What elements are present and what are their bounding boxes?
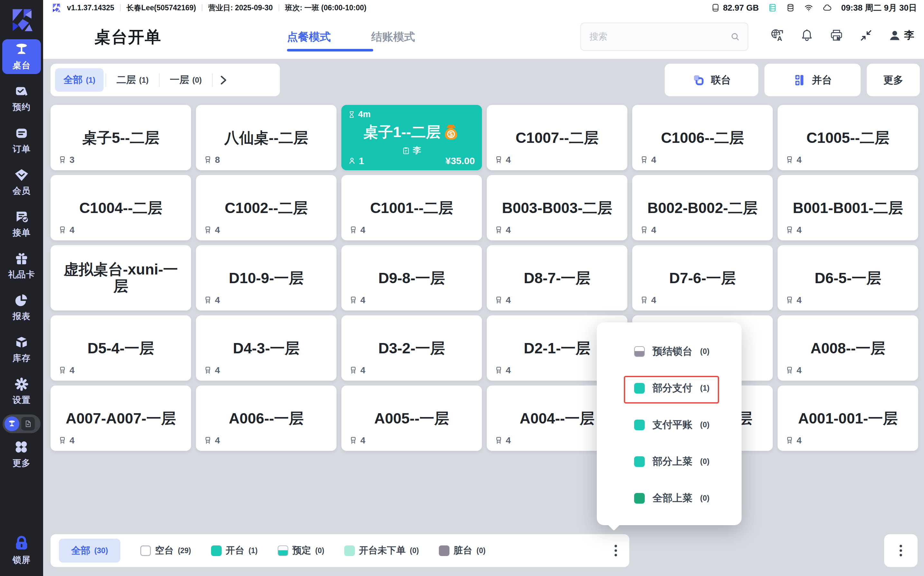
table-card[interactable]: D3-2-一层4 — [341, 315, 482, 381]
area-tab-label: 一层 — [170, 74, 189, 86]
table-name: C1007--二层 — [487, 129, 627, 146]
table-seats: 4 — [204, 225, 220, 235]
popup-item-全部上菜[interactable]: 全部上菜(0) — [597, 480, 742, 517]
table-card[interactable]: C1004--二层4 — [51, 175, 191, 240]
legend-item-开台[interactable]: 开台(1) — [211, 544, 258, 557]
table-card[interactable]: 虚拟桌台-xuni-一层 — [51, 245, 191, 310]
brand-mini-icon — [51, 3, 61, 13]
table-view-toggle[interactable] — [3, 414, 40, 433]
guest-count-value: 1 — [359, 155, 364, 166]
sidebar-item-label: 更多 — [13, 457, 30, 469]
sidebar-item-more[interactable]: 更多 — [2, 437, 41, 472]
brand-logo-icon — [9, 7, 34, 32]
sidebar-item-报表[interactable]: 报表 — [2, 290, 41, 325]
language-translate-icon[interactable]: A — [770, 28, 784, 42]
table-card[interactable]: D10-9-一层4 — [196, 245, 337, 310]
legend-item-开台未下单[interactable]: 开台未下单(0) — [344, 544, 419, 557]
table-card[interactable]: D8-7-一层4 — [487, 245, 627, 310]
legend-swatch-dirty — [439, 546, 449, 556]
tab-order-mode[interactable]: 点餐模式 — [287, 30, 331, 45]
sidebar-item-订单[interactable]: 订单 — [2, 123, 41, 158]
table-card[interactable]: C1005--二层4 — [778, 105, 918, 170]
areas-scroll-chevron-icon[interactable] — [218, 75, 229, 86]
orders-icon — [14, 126, 29, 141]
area-tab-二层[interactable]: 二层(1) — [108, 68, 157, 92]
table-name: C1005--二层 — [778, 129, 918, 146]
user-chip[interactable]: 李 — [889, 28, 914, 42]
table-seats-count: 4 — [651, 225, 656, 235]
table-card[interactable]: D5-4-一层4 — [51, 315, 191, 381]
action-button-更多[interactable]: 更多 — [867, 64, 920, 96]
status-legend-bar: 全部 (30) 空台(29)开台(1)预定(0)开台未下单(0)脏台(0) — [51, 534, 629, 567]
table-seats-count: 4 — [506, 295, 511, 306]
table-card[interactable]: 桌子5--二层3 — [51, 105, 191, 170]
table-seats: 4 — [494, 365, 511, 376]
pos-app: 桌台预约订单会员接单礼品卡报表库存设置 更多 锁屏 v1.1.37.14325 … — [0, 0, 924, 576]
sidebar-item-lock-screen[interactable]: 锁屏 — [2, 533, 41, 568]
table-seats-count: 4 — [360, 435, 366, 446]
tab-checkout-mode[interactable]: 结账模式 — [371, 30, 415, 45]
server-status-icon — [768, 3, 777, 12]
table-card[interactable]: A007-A007-一层4 — [51, 386, 191, 451]
search-input[interactable] — [589, 31, 730, 42]
server-name: 李 — [413, 145, 421, 156]
corner-more-button[interactable] — [884, 534, 918, 567]
header-icon-row: A 李 — [770, 28, 914, 42]
table-name: D10-9-一层 — [196, 269, 337, 286]
legend-item-脏台[interactable]: 脏台(0) — [439, 544, 486, 557]
table-card[interactable]: C1007--二层4 — [487, 105, 627, 170]
table-card[interactable]: A001-001-一层4 — [778, 386, 918, 451]
sidebar-item-预约[interactable]: 预约 — [2, 81, 41, 116]
printer-icon[interactable] — [830, 28, 844, 42]
search-icon[interactable] — [730, 32, 740, 42]
popup-item-支付平账[interactable]: 支付平账(0) — [597, 406, 742, 443]
table-card[interactable]: B002-B002-二层4 — [632, 175, 773, 240]
table-name: 桌子1--二层$ — [341, 122, 482, 142]
table-card[interactable]: C1002--二层4 — [196, 175, 337, 240]
table-card[interactable]: 4m桌子1--二层$李1¥35.00 — [341, 105, 482, 170]
table-card[interactable]: D7-6-一层4 — [632, 245, 773, 310]
action-button-联台[interactable]: 联台 — [665, 64, 758, 96]
popup-item-count: (1) — [700, 384, 710, 393]
sidebar-item-会员[interactable]: 会员 — [2, 165, 41, 200]
sidebar-item-接单[interactable]: 接单 — [2, 206, 41, 242]
timer-value: 4m — [358, 109, 371, 119]
legend-item-预定[interactable]: 预定(0) — [278, 544, 324, 557]
table-card[interactable]: B003-B003-二层4 — [487, 175, 627, 240]
area-tab-全部[interactable]: 全部(1) — [55, 68, 104, 92]
table-card[interactable]: C1006--二层4 — [632, 105, 773, 170]
sidebar-item-礼品卡[interactable]: 礼品卡 — [2, 248, 41, 283]
action-button-并台[interactable]: 并台 — [764, 64, 861, 96]
table-name: D6-5-一层 — [778, 269, 918, 286]
person-icon — [348, 157, 356, 165]
table-name: D7-6-一层 — [632, 269, 773, 286]
table-seats-count: 4 — [215, 295, 220, 306]
table-name: 八仙桌--二层 — [196, 129, 337, 146]
chair-icon — [494, 226, 503, 234]
active-tab-underline — [287, 49, 373, 51]
table-card[interactable]: A006--一层4 — [196, 386, 337, 451]
table-card[interactable]: B001-B001-二层4 — [778, 175, 918, 240]
sidebar-item-库存[interactable]: 库存 — [2, 332, 41, 367]
table-seats-count: 4 — [69, 435, 75, 446]
collapse-window-icon[interactable] — [859, 28, 873, 42]
popup-item-部分上菜[interactable]: 部分上菜(0) — [597, 443, 742, 480]
popup-item-预结锁台[interactable]: 预结锁台(0) — [597, 333, 742, 370]
table-card[interactable]: A005--一层4 — [341, 386, 482, 451]
table-card[interactable]: D9-8-一层4 — [341, 245, 482, 310]
legend-all-pill[interactable]: 全部 (30) — [59, 539, 120, 563]
table-card[interactable]: C1001--二层4 — [341, 175, 482, 240]
table-card[interactable]: A008--一层4 — [778, 315, 918, 381]
legend-more-kebab-icon[interactable] — [611, 541, 621, 560]
popup-item-部分支付[interactable]: 部分支付(1) — [597, 370, 742, 406]
table-card[interactable]: 八仙桌--二层8 — [196, 105, 337, 170]
sidebar-item-桌台[interactable]: 桌台 — [2, 39, 41, 74]
notification-bell-icon[interactable] — [800, 28, 814, 42]
sidebar-item-设置[interactable]: 设置 — [2, 374, 41, 409]
table-card[interactable]: D6-5-一层4 — [778, 245, 918, 310]
table-card[interactable]: D4-3-一层4 — [196, 315, 337, 381]
legend-count: (1) — [249, 546, 258, 555]
legend-item-空台[interactable]: 空台(29) — [140, 544, 191, 557]
table-seats: 4 — [58, 225, 75, 235]
area-tab-一层[interactable]: 一层(0) — [161, 68, 210, 92]
